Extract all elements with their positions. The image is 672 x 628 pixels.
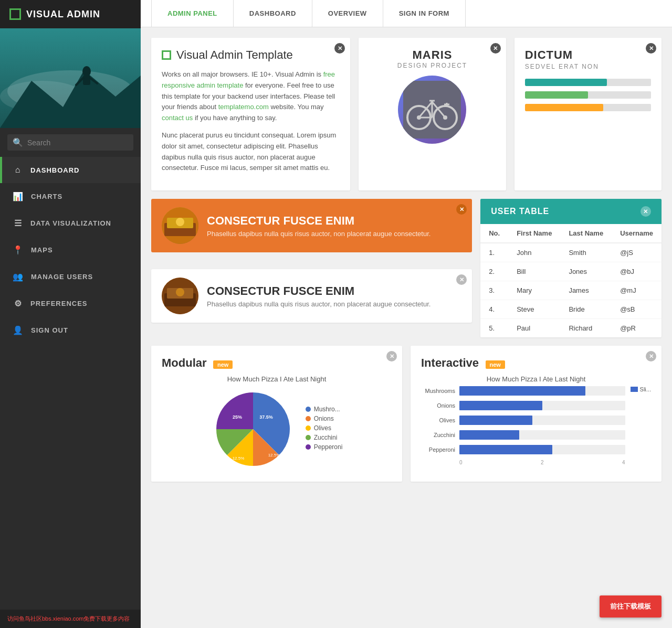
col-no: No.	[480, 224, 508, 243]
bar-bg-zucchini	[459, 430, 625, 440]
col-last-name: Last Name	[560, 224, 612, 243]
sidebar-item-data-visualization[interactable]: ☰ DATA VISUALIZATION	[0, 210, 141, 237]
legend-item-onions: Onions	[306, 415, 343, 422]
maris-card-close[interactable]: ✕	[490, 43, 501, 54]
intro-card: ✕ Visual Admin Template Works on all maj…	[151, 38, 350, 190]
user-table-close[interactable]: ✕	[640, 206, 651, 217]
topnav-dashboard[interactable]: DASHBOARD	[234, 0, 312, 27]
sidebar-item-manage-users[interactable]: 👥 MANAGE USERS	[0, 263, 141, 290]
bar-row-olives: Olives	[421, 416, 625, 425]
legend-dot-mushrooms	[306, 407, 311, 412]
top-cards-row: ✕ Visual Admin Template Works on all maj…	[151, 38, 662, 190]
sidebar-title: VISUAL ADMIN	[26, 9, 100, 20]
bar-bg-pepperoni	[459, 445, 625, 454]
dictum-card: ✕ DICTUM SEDVEL ERAT NON	[514, 38, 662, 190]
bar-fill-onions	[459, 401, 542, 410]
progress-bar-teal	[525, 79, 607, 86]
table-cell-last: Jones	[560, 262, 612, 281]
table-cell-no: 4.	[480, 300, 508, 319]
progress-bar-wrap-2	[525, 91, 651, 99]
pie-chart-legend: Mushro... Onions Olives Zucchini	[306, 406, 343, 453]
user-table: No. First Name Last Name Username 1.John…	[480, 224, 662, 337]
banner-orange-close[interactable]: ✕	[456, 204, 467, 215]
topnav: ADMIN PANEL DASHBOARD OVERVIEW SIGN IN F…	[141, 0, 672, 27]
banner-orange: CONSECTUR FUSCE ENIM Phasellus dapibus n…	[151, 199, 472, 252]
bar-legend-rect	[631, 387, 638, 392]
bar-legend-label: Sli...	[640, 386, 651, 392]
sidebar-hero	[0, 28, 141, 128]
intro-link-3[interactable]: contact us	[162, 114, 193, 122]
intro-link-1[interactable]: free responsive admin template	[162, 70, 335, 89]
table-cell-username: @mJ	[612, 281, 662, 300]
user-table-header: USER TABLE ✕	[480, 199, 662, 224]
sidebar-item-dashboard[interactable]: ⌂ DASHBOARD	[0, 157, 141, 183]
table-cell-first: Steve	[508, 300, 560, 319]
bar-row-zucchini: Zucchini	[421, 430, 625, 440]
table-cell-username: @sB	[612, 300, 662, 319]
topnav-sign-in-form[interactable]: SIGN IN FORM	[383, 0, 466, 27]
bar-label-mushrooms: Mushrooms	[421, 388, 455, 394]
chart-icon: 📊	[13, 191, 24, 201]
svg-rect-5	[83, 76, 90, 85]
bar-chart-badge: new	[486, 360, 505, 369]
svg-point-4	[82, 66, 91, 77]
svg-text:37.5%: 37.5%	[259, 414, 273, 420]
banner-white-close[interactable]: ✕	[456, 274, 467, 285]
sidebar: VISUAL ADMIN 🔍	[0, 0, 141, 628]
bar-chart-title: How Much Pizza I Ate Last Night	[421, 375, 651, 383]
search-icon: 🔍	[13, 137, 23, 147]
bar-chart-wrap: Mushrooms Onions Olives	[421, 386, 651, 465]
bar-chart-area: Mushrooms Onions Olives	[421, 386, 625, 465]
legend-item-pepperoni: Pepperoni	[306, 443, 343, 451]
sidebar-item-sign-out[interactable]: 👤 SIGN OUT	[0, 317, 141, 344]
main: ADMIN PANEL DASHBOARD OVERVIEW SIGN IN F…	[141, 0, 672, 628]
bar-legend-item: Sli...	[631, 386, 651, 392]
pie-chart-wrap: 37.5% 25% 12.5% 12.5% Mushro... Onions	[162, 387, 392, 471]
bar-label-zucchini: Zucchini	[421, 432, 455, 438]
bar-chart-close[interactable]: ✕	[646, 351, 656, 361]
bar-row-onions: Onions	[421, 401, 625, 410]
progress-bar-wrap-1	[525, 79, 651, 86]
search-input-wrap[interactable]: 🔍	[7, 134, 133, 151]
svg-text:12.5%: 12.5%	[268, 453, 280, 457]
table-cell-first: Mary	[508, 281, 560, 300]
sidebar-header: VISUAL ADMIN	[0, 0, 141, 28]
table-cell-no: 3.	[480, 281, 508, 300]
table-cell-last: James	[560, 281, 612, 300]
sidebar-item-maps[interactable]: 📍 MAPS	[0, 237, 141, 263]
bar-row-mushrooms: Mushrooms	[421, 386, 625, 396]
sidebar-item-label: DASHBOARD	[30, 166, 80, 174]
progress-row-2	[525, 91, 651, 99]
sidebar-item-preferences[interactable]: ⚙ PREFERENCES	[0, 290, 141, 317]
table-cell-first: Bill	[508, 262, 560, 281]
intro-link-2[interactable]: templatemo.com	[218, 103, 269, 111]
bar-bg-mushrooms	[459, 386, 625, 396]
intro-card-close[interactable]: ✕	[334, 43, 345, 54]
table-cell-last: Smith	[560, 243, 612, 262]
sidebar-item-label: SIGN OUT	[31, 326, 68, 334]
pie-chart-close[interactable]: ✕	[386, 351, 397, 361]
svg-text:12.5%: 12.5%	[232, 456, 244, 461]
dictum-card-close[interactable]: ✕	[646, 43, 656, 54]
table-row: 1.JohnSmith@jS	[480, 243, 662, 262]
svg-point-24	[176, 218, 184, 226]
topnav-overview[interactable]: OVERVIEW	[312, 0, 383, 27]
sidebar-footer-text: 访问鱼鸟社区bbs.xieniao.com免费下载更多内容	[0, 610, 141, 628]
topnav-admin-panel[interactable]: ADMIN PANEL	[151, 0, 234, 27]
download-button[interactable]: 前往下载模板	[600, 595, 662, 618]
logo-mini-square	[162, 50, 171, 60]
sidebar-item-charts[interactable]: 📊 CHARTS	[0, 183, 141, 210]
maris-card-image	[398, 76, 466, 144]
sidebar-item-label: MAPS	[31, 246, 53, 254]
table-cell-no: 5.	[480, 319, 508, 338]
users-icon: 👥	[13, 272, 24, 282]
svg-point-28	[176, 288, 184, 296]
search-input[interactable]	[27, 139, 128, 147]
col-username: Username	[612, 224, 662, 243]
bar-chart-label: Interactive	[421, 356, 479, 369]
progress-row-3	[525, 104, 651, 111]
banner-orange-subtitle: Phasellus dapibus nulla quis risus aucto…	[207, 230, 461, 238]
banner-white-image	[162, 278, 198, 314]
banner-orange-image	[162, 207, 198, 244]
legend-dot-zucchini	[306, 435, 311, 440]
